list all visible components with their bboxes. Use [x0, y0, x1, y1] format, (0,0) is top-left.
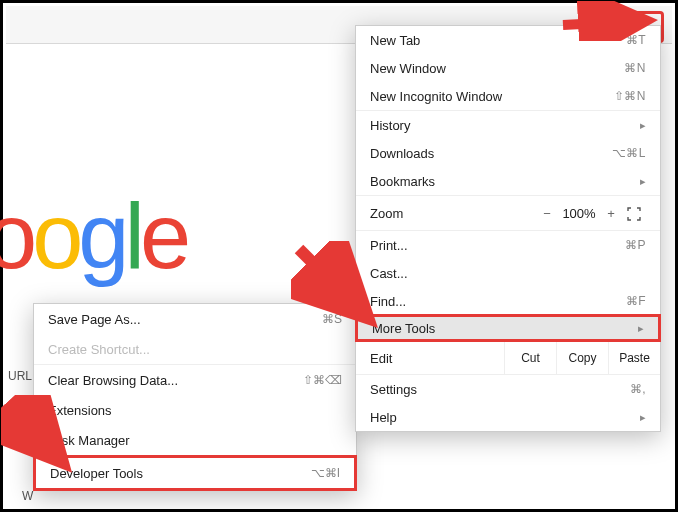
- google-logo: oogle: [0, 184, 186, 289]
- fullscreen-icon[interactable]: [622, 205, 646, 221]
- zoom-label: Zoom: [370, 206, 536, 221]
- annotation-arrow-icon: [291, 241, 381, 331]
- submenu-create-shortcut: Create Shortcut...: [34, 334, 356, 364]
- chevron-right-icon: ▸: [640, 411, 646, 424]
- chrome-main-menu: New Tab⌘T New Window⌘N New Incognito Win…: [355, 25, 661, 432]
- submenu-developer-tools[interactable]: Developer Tools⌥⌘I: [33, 455, 357, 491]
- svg-line-0: [563, 21, 638, 25]
- annotation-arrow-icon: [1, 395, 81, 475]
- url-label: URL: [6, 356, 36, 396]
- menu-more-tools[interactable]: More Tools▸: [355, 314, 661, 342]
- menu-help[interactable]: Help▸: [356, 403, 660, 431]
- edit-cut-button[interactable]: Cut: [504, 342, 556, 374]
- svg-line-2: [11, 405, 56, 455]
- w-label: W: [22, 489, 33, 503]
- chevron-right-icon: ▸: [640, 175, 646, 188]
- menu-downloads[interactable]: Downloads⌥⌘L: [356, 139, 660, 167]
- more-tools-submenu: Save Page As...⌘S Create Shortcut... Cle…: [33, 303, 357, 491]
- menu-history[interactable]: History▸: [356, 111, 660, 139]
- svg-line-1: [299, 249, 361, 311]
- edit-paste-button[interactable]: Paste: [608, 342, 660, 374]
- edit-label: Edit: [370, 351, 504, 366]
- annotation-arrow-icon: [558, 1, 658, 41]
- edit-copy-button[interactable]: Copy: [556, 342, 608, 374]
- submenu-task-manager[interactable]: Task Manager: [34, 425, 356, 455]
- menu-new-window[interactable]: New Window⌘N: [356, 54, 660, 82]
- menu-bookmarks[interactable]: Bookmarks▸: [356, 167, 660, 195]
- menu-new-incognito[interactable]: New Incognito Window⇧⌘N: [356, 82, 660, 110]
- chevron-right-icon: ▸: [640, 119, 646, 132]
- zoom-value: 100%: [558, 206, 600, 221]
- chevron-right-icon: ▸: [638, 322, 644, 335]
- menu-print[interactable]: Print...⌘P: [356, 231, 660, 259]
- zoom-in-button[interactable]: +: [600, 206, 622, 221]
- menu-find[interactable]: Find...⌘F: [356, 287, 660, 315]
- menu-cast[interactable]: Cast...: [356, 259, 660, 287]
- submenu-clear-browsing[interactable]: Clear Browsing Data...⇧⌘⌫: [34, 365, 356, 395]
- menu-settings[interactable]: Settings⌘,: [356, 375, 660, 403]
- menu-edit-row: Edit Cut Copy Paste: [356, 342, 660, 374]
- menu-zoom-row: Zoom − 100% +: [356, 196, 660, 230]
- submenu-extensions[interactable]: Extensions: [34, 395, 356, 425]
- zoom-out-button[interactable]: −: [536, 206, 558, 221]
